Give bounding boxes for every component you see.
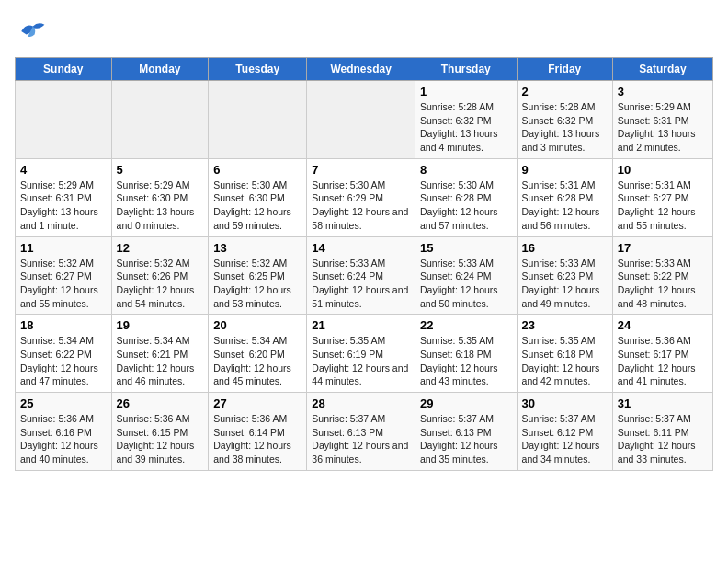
calendar-cell: 18Sunrise: 5:34 AM Sunset: 6:22 PM Dayli… [16, 315, 112, 393]
day-info: Sunrise: 5:37 AM Sunset: 6:11 PM Dayligh… [618, 412, 708, 466]
calendar-cell: 8Sunrise: 5:30 AM Sunset: 6:28 PM Daylig… [415, 158, 517, 236]
day-number: 8 [420, 163, 512, 177]
header-day-wednesday: Wednesday [307, 58, 415, 81]
day-number: 17 [618, 241, 708, 255]
calendar-cell: 1Sunrise: 5:28 AM Sunset: 6:32 PM Daylig… [415, 81, 517, 159]
calendar-cell: 30Sunrise: 5:37 AM Sunset: 6:12 PM Dayli… [517, 393, 612, 471]
calendar-week-row: 25Sunrise: 5:36 AM Sunset: 6:16 PM Dayli… [16, 393, 713, 471]
calendar-cell: 21Sunrise: 5:35 AM Sunset: 6:19 PM Dayli… [307, 315, 415, 393]
calendar-cell [307, 81, 415, 159]
header [15, 15, 713, 48]
day-info: Sunrise: 5:34 AM Sunset: 6:21 PM Dayligh… [117, 334, 204, 388]
calendar-cell: 7Sunrise: 5:30 AM Sunset: 6:29 PM Daylig… [307, 158, 415, 236]
calendar-cell: 13Sunrise: 5:32 AM Sunset: 6:25 PM Dayli… [209, 236, 307, 315]
day-info: Sunrise: 5:33 AM Sunset: 6:23 PM Dayligh… [522, 257, 608, 311]
calendar-week-row: 18Sunrise: 5:34 AM Sunset: 6:22 PM Dayli… [16, 315, 713, 393]
day-info: Sunrise: 5:31 AM Sunset: 6:28 PM Dayligh… [522, 178, 608, 233]
calendar-cell: 6Sunrise: 5:30 AM Sunset: 6:30 PM Daylig… [209, 158, 307, 236]
day-info: Sunrise: 5:30 AM Sunset: 6:29 PM Dayligh… [312, 178, 410, 233]
calendar-cell [16, 81, 112, 159]
day-number: 29 [420, 396, 512, 410]
header-day-sunday: Sunday [16, 58, 112, 81]
day-info: Sunrise: 5:37 AM Sunset: 6:13 PM Dayligh… [420, 412, 512, 466]
calendar-cell: 22Sunrise: 5:35 AM Sunset: 6:18 PM Dayli… [415, 315, 517, 393]
day-info: Sunrise: 5:31 AM Sunset: 6:27 PM Dayligh… [618, 178, 708, 233]
calendar-cell: 20Sunrise: 5:34 AM Sunset: 6:20 PM Dayli… [209, 315, 307, 393]
day-number: 22 [420, 318, 512, 332]
day-info: Sunrise: 5:33 AM Sunset: 6:22 PM Dayligh… [618, 257, 708, 311]
day-info: Sunrise: 5:36 AM Sunset: 6:15 PM Dayligh… [117, 412, 204, 466]
day-info: Sunrise: 5:37 AM Sunset: 6:12 PM Dayligh… [522, 412, 608, 466]
day-number: 12 [117, 241, 204, 255]
calendar-week-row: 1Sunrise: 5:28 AM Sunset: 6:32 PM Daylig… [16, 81, 713, 159]
calendar-cell: 29Sunrise: 5:37 AM Sunset: 6:13 PM Dayli… [415, 393, 517, 471]
day-info: Sunrise: 5:30 AM Sunset: 6:30 PM Dayligh… [213, 178, 301, 233]
day-info: Sunrise: 5:33 AM Sunset: 6:24 PM Dayligh… [420, 257, 512, 311]
day-number: 26 [117, 396, 204, 410]
day-info: Sunrise: 5:32 AM Sunset: 6:27 PM Dayligh… [20, 257, 107, 311]
calendar-cell: 14Sunrise: 5:33 AM Sunset: 6:24 PM Dayli… [307, 236, 415, 315]
day-info: Sunrise: 5:35 AM Sunset: 6:18 PM Dayligh… [522, 334, 608, 388]
calendar-cell: 2Sunrise: 5:28 AM Sunset: 6:32 PM Daylig… [517, 81, 612, 159]
day-info: Sunrise: 5:29 AM Sunset: 6:31 PM Dayligh… [20, 178, 107, 233]
day-info: Sunrise: 5:36 AM Sunset: 6:14 PM Dayligh… [213, 412, 301, 466]
day-info: Sunrise: 5:35 AM Sunset: 6:18 PM Dayligh… [420, 334, 512, 388]
header-day-saturday: Saturday [612, 58, 712, 81]
day-number: 9 [522, 163, 608, 177]
day-info: Sunrise: 5:34 AM Sunset: 6:22 PM Dayligh… [20, 334, 107, 388]
day-number: 30 [522, 396, 608, 410]
header-day-thursday: Thursday [415, 58, 517, 81]
calendar-cell: 24Sunrise: 5:36 AM Sunset: 6:17 PM Dayli… [612, 315, 712, 393]
logo-bird-icon [15, 15, 48, 48]
day-number: 19 [117, 318, 204, 332]
day-info: Sunrise: 5:32 AM Sunset: 6:25 PM Dayligh… [213, 257, 301, 311]
calendar-cell: 9Sunrise: 5:31 AM Sunset: 6:28 PM Daylig… [517, 158, 612, 236]
day-info: Sunrise: 5:37 AM Sunset: 6:13 PM Dayligh… [312, 412, 410, 466]
calendar-cell: 26Sunrise: 5:36 AM Sunset: 6:15 PM Dayli… [111, 393, 209, 471]
calendar-week-row: 11Sunrise: 5:32 AM Sunset: 6:27 PM Dayli… [16, 236, 713, 315]
calendar-cell: 17Sunrise: 5:33 AM Sunset: 6:22 PM Dayli… [612, 236, 712, 315]
calendar-cell: 31Sunrise: 5:37 AM Sunset: 6:11 PM Dayli… [612, 393, 712, 471]
day-number: 3 [618, 85, 708, 98]
calendar-cell: 16Sunrise: 5:33 AM Sunset: 6:23 PM Dayli… [517, 236, 612, 315]
day-info: Sunrise: 5:28 AM Sunset: 6:32 PM Dayligh… [522, 100, 608, 155]
calendar-cell: 5Sunrise: 5:29 AM Sunset: 6:30 PM Daylig… [111, 158, 209, 236]
calendar-cell: 15Sunrise: 5:33 AM Sunset: 6:24 PM Dayli… [415, 236, 517, 315]
calendar-cell: 12Sunrise: 5:32 AM Sunset: 6:26 PM Dayli… [111, 236, 209, 315]
day-number: 16 [522, 241, 608, 255]
day-number: 1 [420, 85, 512, 98]
calendar-cell: 25Sunrise: 5:36 AM Sunset: 6:16 PM Dayli… [16, 393, 112, 471]
day-number: 10 [618, 163, 708, 177]
day-number: 25 [20, 396, 107, 410]
day-number: 11 [20, 241, 107, 255]
calendar-cell: 28Sunrise: 5:37 AM Sunset: 6:13 PM Dayli… [307, 393, 415, 471]
day-info: Sunrise: 5:29 AM Sunset: 6:31 PM Dayligh… [618, 100, 708, 155]
calendar-cell [111, 81, 209, 159]
calendar-cell [209, 81, 307, 159]
day-number: 21 [312, 318, 410, 332]
day-info: Sunrise: 5:30 AM Sunset: 6:28 PM Dayligh… [420, 178, 512, 233]
day-info: Sunrise: 5:36 AM Sunset: 6:16 PM Dayligh… [20, 412, 107, 466]
day-number: 27 [213, 396, 301, 410]
header-day-tuesday: Tuesday [209, 58, 307, 81]
calendar-week-row: 4Sunrise: 5:29 AM Sunset: 6:31 PM Daylig… [16, 158, 713, 236]
calendar-cell: 19Sunrise: 5:34 AM Sunset: 6:21 PM Dayli… [111, 315, 209, 393]
day-number: 23 [522, 318, 608, 332]
day-number: 20 [213, 318, 301, 332]
calendar-cell: 23Sunrise: 5:35 AM Sunset: 6:18 PM Dayli… [517, 315, 612, 393]
day-number: 31 [618, 396, 708, 410]
calendar-cell: 4Sunrise: 5:29 AM Sunset: 6:31 PM Daylig… [16, 158, 112, 236]
day-info: Sunrise: 5:34 AM Sunset: 6:20 PM Dayligh… [213, 334, 301, 388]
header-day-monday: Monday [111, 58, 209, 81]
day-info: Sunrise: 5:36 AM Sunset: 6:17 PM Dayligh… [618, 334, 708, 388]
day-number: 13 [213, 241, 301, 255]
day-info: Sunrise: 5:35 AM Sunset: 6:19 PM Dayligh… [312, 334, 410, 388]
day-number: 15 [420, 241, 512, 255]
day-info: Sunrise: 5:33 AM Sunset: 6:24 PM Dayligh… [312, 257, 410, 311]
calendar-cell: 10Sunrise: 5:31 AM Sunset: 6:27 PM Dayli… [612, 158, 712, 236]
day-number: 2 [522, 85, 608, 98]
day-info: Sunrise: 5:32 AM Sunset: 6:26 PM Dayligh… [117, 257, 204, 311]
day-number: 18 [20, 318, 107, 332]
day-info: Sunrise: 5:28 AM Sunset: 6:32 PM Dayligh… [420, 100, 512, 155]
day-number: 5 [117, 163, 204, 177]
